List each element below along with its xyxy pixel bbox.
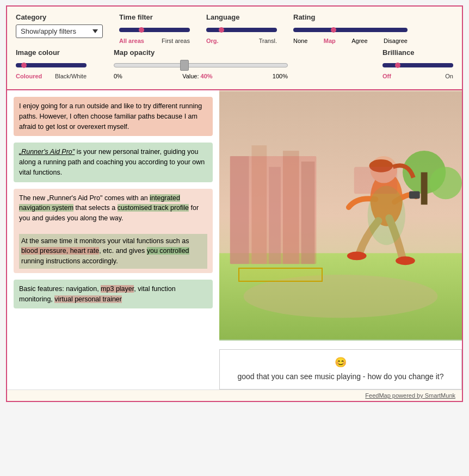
image-colour-group: Image colour Coloured Black/White bbox=[16, 48, 87, 79]
category-group: Category Show/apply filters bbox=[16, 13, 103, 38]
filters-row2: Image colour Coloured Black/White Map op… bbox=[16, 48, 453, 79]
svg-point-10 bbox=[430, 167, 462, 199]
filters-section: Category Show/apply filters Time filter … bbox=[7, 7, 462, 90]
image-colour-right-label: Black/White bbox=[55, 73, 87, 79]
map-opacity-group: Map opacity 0% Value: 40% 100% bbox=[114, 48, 355, 79]
time-slider-right-label: First areas bbox=[162, 38, 190, 44]
footer-link[interactable]: FeedMap powered by SmartMunk bbox=[365, 392, 455, 399]
text-block-4-content: Basic features: navigation, mp3 player, … bbox=[19, 285, 176, 303]
svg-rect-11 bbox=[230, 156, 317, 264]
chat-bubble: 😊 good that you can see music playing - … bbox=[219, 349, 462, 390]
map-opacity-value-display: Value: 40% bbox=[182, 73, 212, 79]
content-section: I enjoy going for a run outside and like… bbox=[7, 90, 462, 390]
time-filter-label: Time filter bbox=[119, 13, 190, 21]
brilliance-right-label: On bbox=[445, 73, 453, 79]
map-opacity-labels: 0% Value: 40% 100% bbox=[114, 73, 288, 79]
category-value: Show/apply filters bbox=[21, 27, 76, 35]
language-group: Language Org. Transl. bbox=[206, 13, 277, 44]
language-slider-thumb[interactable] bbox=[219, 27, 224, 33]
text-panel: I enjoy going for a run outside and like… bbox=[7, 90, 219, 390]
time-slider-left-label: All areas bbox=[119, 38, 144, 44]
brilliance-group: Brilliance Off On bbox=[382, 48, 453, 79]
brilliance-slider[interactable] bbox=[382, 60, 453, 71]
text-block-2-content: „Runner's Aid Pro" is your new personal … bbox=[19, 148, 205, 176]
time-slider-thumb[interactable] bbox=[139, 27, 144, 33]
svg-rect-19 bbox=[354, 167, 397, 194]
chat-text: good that you can see music playing - ho… bbox=[229, 372, 453, 382]
text-block-3: The new „Runner's Aid Pro" comes with an… bbox=[14, 189, 213, 273]
map-opacity-label: Map opacity bbox=[114, 48, 355, 57]
rating-labels: None Map Agree Disagree bbox=[293, 38, 408, 44]
image-panel: 😊 good that you can see music playing - … bbox=[219, 90, 462, 390]
language-left-label: Org. bbox=[206, 38, 219, 44]
brilliance-left-label: Off bbox=[382, 73, 391, 79]
main-container: Category Show/apply filters Time filter … bbox=[6, 5, 463, 402]
svg-point-16 bbox=[396, 256, 415, 265]
dropdown-arrow-icon bbox=[92, 29, 98, 33]
text-block-4: Basic features: navigation, mp3 player, … bbox=[14, 280, 213, 309]
language-right-label: Transl. bbox=[259, 38, 277, 44]
svg-rect-17 bbox=[409, 191, 420, 199]
text-block-1: I enjoy going for a run outside and like… bbox=[14, 97, 213, 136]
footer: FeedMap powered by SmartMunk bbox=[7, 390, 462, 401]
category-dropdown[interactable]: Show/apply filters bbox=[16, 24, 103, 38]
brilliance-thumb[interactable] bbox=[395, 63, 400, 68]
rating-label: Rating bbox=[293, 13, 408, 21]
language-label: Language bbox=[206, 13, 277, 21]
svg-point-18 bbox=[368, 186, 405, 245]
illustration-svg bbox=[219, 90, 462, 341]
rating-label-disagree: Disagree bbox=[384, 38, 408, 44]
brilliance-label: Brilliance bbox=[382, 48, 453, 57]
text-block-1-content: I enjoy going for a run outside and like… bbox=[19, 102, 202, 131]
rating-slider[interactable] bbox=[293, 24, 408, 35]
rating-label-none: None bbox=[293, 38, 307, 44]
image-colour-label: Image colour bbox=[16, 48, 87, 57]
time-filter-slider[interactable] bbox=[119, 24, 190, 35]
text-block-3b-content: At the same time it monitors your vital … bbox=[19, 234, 207, 269]
language-slider[interactable] bbox=[206, 24, 277, 35]
image-colour-left-label: Coloured bbox=[16, 73, 42, 79]
svg-point-15 bbox=[347, 251, 367, 260]
category-label: Category bbox=[16, 13, 103, 21]
rating-label-map: Map bbox=[324, 38, 336, 44]
image-colour-thumb[interactable] bbox=[21, 63, 27, 68]
text-block-2: „Runner's Aid Pro" is your new personal … bbox=[14, 143, 213, 182]
map-opacity-right: 100% bbox=[273, 73, 288, 79]
map-opacity-slider[interactable] bbox=[114, 60, 288, 71]
map-opacity-value: 40% bbox=[201, 73, 213, 79]
chat-smiley-icon: 😊 bbox=[229, 356, 453, 368]
rating-group: Rating None Map Agree Disagree bbox=[293, 13, 408, 44]
illustration bbox=[219, 90, 462, 341]
filters-row1: Category Show/apply filters Time filter … bbox=[16, 13, 453, 44]
map-opacity-thumb[interactable] bbox=[180, 60, 189, 71]
rating-label-agree: Agree bbox=[351, 38, 367, 44]
svg-rect-9 bbox=[421, 172, 428, 205]
time-filter-group: Time filter All areas First areas bbox=[119, 13, 190, 44]
image-colour-slider[interactable] bbox=[16, 60, 87, 71]
yellow-highlight-box bbox=[238, 268, 323, 282]
map-opacity-left: 0% bbox=[114, 73, 122, 79]
text-block-3-content: The new „Runner's Aid Pro" comes with an… bbox=[19, 194, 199, 222]
rating-slider-thumb[interactable] bbox=[331, 27, 336, 33]
